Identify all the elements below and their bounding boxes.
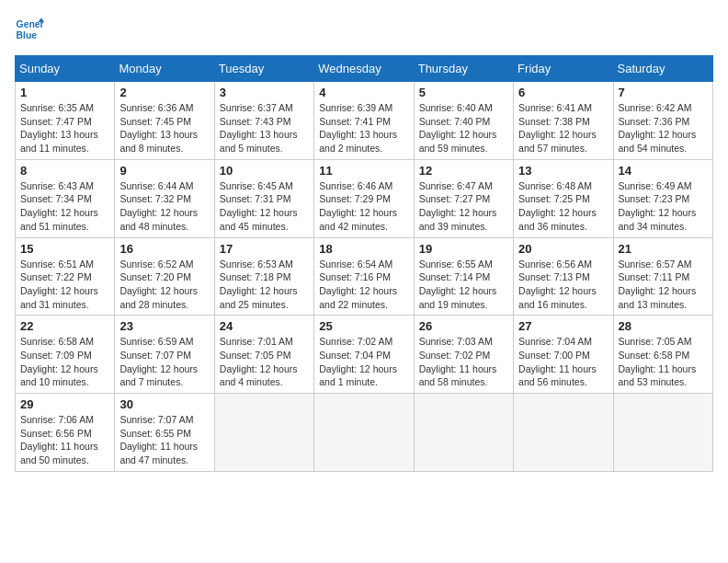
- daylight-label: Daylight: 11 hours and 50 minutes.: [20, 441, 98, 465]
- calendar-cell: 23 Sunrise: 6:59 AM Sunset: 7:07 PM Dayl…: [115, 316, 214, 394]
- daylight-label: Daylight: 12 hours and 1 minute.: [319, 363, 397, 388]
- sunset-label: Sunset: 7:02 PM: [419, 350, 491, 361]
- sunset-label: Sunset: 7:05 PM: [220, 350, 291, 361]
- daylight-label: Daylight: 11 hours and 58 minutes.: [419, 363, 497, 388]
- sunrise-label: Sunrise: 7:01 AM: [220, 336, 293, 347]
- sunrise-label: Sunrise: 6:47 AM: [419, 180, 493, 191]
- sunset-label: Sunset: 7:25 PM: [518, 193, 590, 204]
- sunset-label: Sunset: 7:14 PM: [419, 271, 491, 282]
- daylight-label: Daylight: 12 hours and 36 minutes.: [518, 207, 597, 232]
- day-number: 15: [20, 242, 109, 256]
- calendar-cell: 28 Sunrise: 7:05 AM Sunset: 6:58 PM Dayl…: [613, 316, 712, 394]
- sunset-label: Sunset: 7:29 PM: [319, 193, 391, 204]
- day-info: Sunrise: 6:56 AM Sunset: 7:13 PM Dayligh…: [518, 258, 608, 312]
- day-info: Sunrise: 7:05 AM Sunset: 6:58 PM Dayligh…: [619, 335, 708, 389]
- day-info: Sunrise: 7:02 AM Sunset: 7:04 PM Dayligh…: [319, 335, 408, 389]
- daylight-label: Daylight: 12 hours and 10 minutes.: [20, 363, 98, 388]
- sunrise-label: Sunrise: 6:44 AM: [119, 180, 193, 191]
- day-number: 8: [20, 164, 109, 178]
- calendar-cell: 1 Sunrise: 6:35 AM Sunset: 7:47 PM Dayli…: [16, 82, 115, 160]
- day-info: Sunrise: 6:48 AM Sunset: 7:25 PM Dayligh…: [518, 179, 608, 234]
- calendar-cell: 7 Sunrise: 6:42 AM Sunset: 7:36 PM Dayli…: [613, 82, 712, 160]
- calendar-cell: [613, 394, 712, 472]
- day-info: Sunrise: 6:43 AM Sunset: 7:34 PM Dayligh…: [20, 179, 109, 234]
- daylight-label: Daylight: 12 hours and 31 minutes.: [20, 285, 98, 310]
- day-info: Sunrise: 6:52 AM Sunset: 7:20 PM Dayligh…: [119, 258, 209, 312]
- day-info: Sunrise: 6:36 AM Sunset: 7:45 PM Dayligh…: [119, 101, 209, 155]
- daylight-label: Daylight: 13 hours and 8 minutes.: [119, 129, 198, 154]
- sunset-label: Sunset: 7:07 PM: [119, 350, 191, 361]
- sunset-label: Sunset: 7:31 PM: [220, 193, 291, 204]
- sunrise-label: Sunrise: 6:52 AM: [119, 259, 193, 270]
- sunset-label: Sunset: 7:09 PM: [20, 350, 92, 361]
- sunset-label: Sunset: 7:00 PM: [518, 350, 590, 361]
- sunset-label: Sunset: 7:11 PM: [619, 271, 690, 282]
- sunrise-label: Sunrise: 6:58 AM: [20, 336, 94, 347]
- calendar-header-row: SundayMondayTuesdayWednesdayThursdayFrid…: [16, 56, 713, 82]
- day-number: 24: [220, 319, 309, 333]
- daylight-label: Daylight: 11 hours and 47 minutes.: [119, 441, 198, 465]
- calendar-cell: 24 Sunrise: 7:01 AM Sunset: 7:05 PM Dayl…: [214, 316, 313, 394]
- daylight-label: Daylight: 12 hours and 54 minutes.: [619, 129, 697, 154]
- daylight-label: Daylight: 12 hours and 25 minutes.: [220, 285, 298, 310]
- sunrise-label: Sunrise: 6:46 AM: [319, 180, 392, 191]
- day-number: 12: [419, 164, 508, 178]
- day-number: 13: [518, 164, 608, 178]
- sunrise-label: Sunrise: 7:03 AM: [419, 336, 493, 347]
- sunset-label: Sunset: 7:47 PM: [20, 116, 92, 127]
- daylight-label: Daylight: 12 hours and 57 minutes.: [518, 129, 597, 154]
- daylight-label: Daylight: 12 hours and 13 minutes.: [619, 285, 697, 310]
- calendar-cell: [314, 394, 414, 472]
- calendar-cell: 27 Sunrise: 7:04 AM Sunset: 7:00 PM Dayl…: [514, 316, 613, 394]
- daylight-label: Daylight: 11 hours and 56 minutes.: [518, 363, 597, 388]
- calendar-cell: 11 Sunrise: 6:46 AM Sunset: 7:29 PM Dayl…: [314, 159, 414, 237]
- day-number: 29: [20, 397, 109, 411]
- day-info: Sunrise: 6:44 AM Sunset: 7:32 PM Dayligh…: [119, 179, 209, 234]
- day-number: 20: [518, 242, 608, 256]
- daylight-label: Daylight: 12 hours and 19 minutes.: [419, 285, 497, 310]
- col-header-thursday: Thursday: [414, 56, 513, 82]
- col-header-wednesday: Wednesday: [314, 56, 414, 82]
- calendar-cell: 22 Sunrise: 6:58 AM Sunset: 7:09 PM Dayl…: [16, 316, 115, 394]
- daylight-label: Daylight: 12 hours and 51 minutes.: [20, 207, 98, 232]
- sunrise-label: Sunrise: 7:07 AM: [119, 414, 193, 425]
- page-header: General Blue: [15, 15, 713, 44]
- sunset-label: Sunset: 7:27 PM: [419, 193, 491, 204]
- day-info: Sunrise: 6:39 AM Sunset: 7:41 PM Dayligh…: [319, 101, 408, 155]
- sunrise-label: Sunrise: 6:37 AM: [220, 102, 293, 113]
- day-number: 21: [619, 242, 708, 256]
- calendar-cell: 17 Sunrise: 6:53 AM Sunset: 7:18 PM Dayl…: [214, 237, 313, 316]
- sunrise-label: Sunrise: 6:45 AM: [220, 180, 293, 191]
- daylight-label: Daylight: 11 hours and 53 minutes.: [619, 363, 697, 388]
- day-info: Sunrise: 6:46 AM Sunset: 7:29 PM Dayligh…: [319, 179, 408, 234]
- col-header-sunday: Sunday: [16, 56, 115, 82]
- calendar-cell: 26 Sunrise: 7:03 AM Sunset: 7:02 PM Dayl…: [414, 316, 513, 394]
- day-info: Sunrise: 6:41 AM Sunset: 7:38 PM Dayligh…: [518, 101, 608, 155]
- day-info: Sunrise: 6:37 AM Sunset: 7:43 PM Dayligh…: [220, 101, 309, 155]
- day-number: 28: [619, 319, 708, 333]
- daylight-label: Daylight: 12 hours and 28 minutes.: [119, 285, 198, 310]
- day-number: 18: [319, 242, 408, 256]
- sunset-label: Sunset: 7:16 PM: [319, 271, 391, 282]
- sunrise-label: Sunrise: 6:56 AM: [518, 259, 592, 270]
- sunrise-label: Sunrise: 6:36 AM: [119, 102, 193, 113]
- day-number: 10: [220, 164, 309, 178]
- day-info: Sunrise: 7:03 AM Sunset: 7:02 PM Dayligh…: [419, 335, 508, 389]
- calendar-cell: 4 Sunrise: 6:39 AM Sunset: 7:41 PM Dayli…: [314, 82, 414, 160]
- daylight-label: Daylight: 13 hours and 11 minutes.: [20, 129, 98, 154]
- day-number: 17: [220, 242, 309, 256]
- calendar-cell: [514, 394, 613, 472]
- day-number: 3: [220, 86, 309, 99]
- calendar-cell: 15 Sunrise: 6:51 AM Sunset: 7:22 PM Dayl…: [16, 237, 115, 316]
- sunset-label: Sunset: 7:40 PM: [419, 116, 491, 127]
- day-number: 16: [119, 242, 209, 256]
- sunset-label: Sunset: 7:04 PM: [319, 350, 391, 361]
- day-info: Sunrise: 6:47 AM Sunset: 7:27 PM Dayligh…: [419, 179, 508, 234]
- day-info: Sunrise: 6:59 AM Sunset: 7:07 PM Dayligh…: [119, 335, 209, 389]
- calendar-table: SundayMondayTuesdayWednesdayThursdayFrid…: [15, 55, 713, 472]
- day-info: Sunrise: 7:06 AM Sunset: 6:56 PM Dayligh…: [20, 413, 109, 467]
- day-number: 5: [419, 86, 508, 99]
- sunrise-label: Sunrise: 6:49 AM: [619, 180, 692, 191]
- day-number: 14: [619, 164, 708, 178]
- day-info: Sunrise: 6:42 AM Sunset: 7:36 PM Dayligh…: [619, 101, 708, 155]
